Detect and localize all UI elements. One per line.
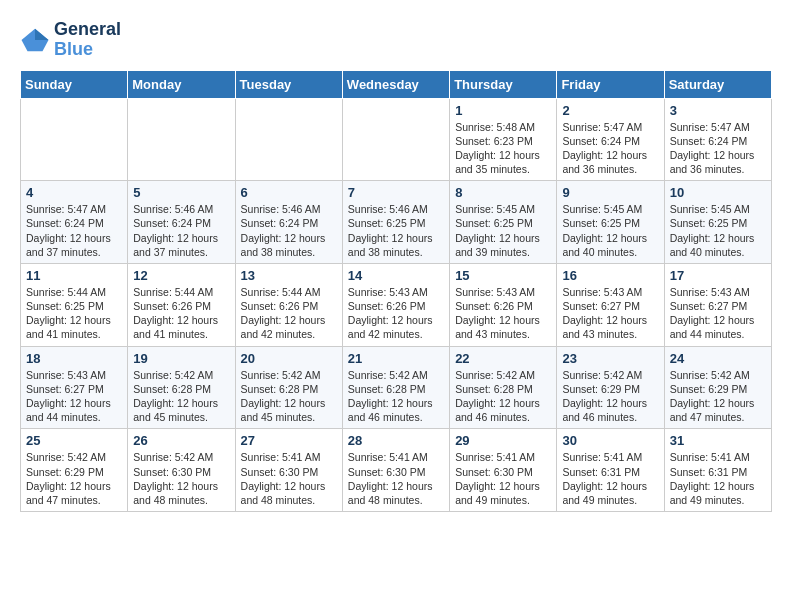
calendar-cell: 14Sunrise: 5:43 AM Sunset: 6:26 PM Dayli… — [342, 263, 449, 346]
week-row-4: 18Sunrise: 5:43 AM Sunset: 6:27 PM Dayli… — [21, 346, 772, 429]
day-info: Sunrise: 5:45 AM Sunset: 6:25 PM Dayligh… — [562, 202, 658, 259]
calendar-cell: 6Sunrise: 5:46 AM Sunset: 6:24 PM Daylig… — [235, 181, 342, 264]
day-info: Sunrise: 5:42 AM Sunset: 6:28 PM Dayligh… — [241, 368, 337, 425]
calendar-cell: 10Sunrise: 5:45 AM Sunset: 6:25 PM Dayli… — [664, 181, 771, 264]
day-number: 14 — [348, 268, 444, 283]
day-info: Sunrise: 5:43 AM Sunset: 6:27 PM Dayligh… — [26, 368, 122, 425]
calendar-cell: 18Sunrise: 5:43 AM Sunset: 6:27 PM Dayli… — [21, 346, 128, 429]
day-number: 21 — [348, 351, 444, 366]
calendar-cell: 2Sunrise: 5:47 AM Sunset: 6:24 PM Daylig… — [557, 98, 664, 181]
logo-text: General Blue — [54, 20, 121, 60]
day-info: Sunrise: 5:41 AM Sunset: 6:30 PM Dayligh… — [241, 450, 337, 507]
calendar-cell — [128, 98, 235, 181]
calendar-cell: 1Sunrise: 5:48 AM Sunset: 6:23 PM Daylig… — [450, 98, 557, 181]
calendar-cell: 13Sunrise: 5:44 AM Sunset: 6:26 PM Dayli… — [235, 263, 342, 346]
calendar-cell — [21, 98, 128, 181]
weekday-friday: Friday — [557, 70, 664, 98]
day-number: 23 — [562, 351, 658, 366]
day-info: Sunrise: 5:42 AM Sunset: 6:29 PM Dayligh… — [670, 368, 766, 425]
calendar-cell: 5Sunrise: 5:46 AM Sunset: 6:24 PM Daylig… — [128, 181, 235, 264]
day-number: 15 — [455, 268, 551, 283]
day-info: Sunrise: 5:44 AM Sunset: 6:26 PM Dayligh… — [241, 285, 337, 342]
day-info: Sunrise: 5:42 AM Sunset: 6:28 PM Dayligh… — [455, 368, 551, 425]
weekday-sunday: Sunday — [21, 70, 128, 98]
day-info: Sunrise: 5:41 AM Sunset: 6:30 PM Dayligh… — [348, 450, 444, 507]
day-number: 19 — [133, 351, 229, 366]
calendar-cell: 19Sunrise: 5:42 AM Sunset: 6:28 PM Dayli… — [128, 346, 235, 429]
weekday-saturday: Saturday — [664, 70, 771, 98]
day-number: 24 — [670, 351, 766, 366]
day-info: Sunrise: 5:47 AM Sunset: 6:24 PM Dayligh… — [562, 120, 658, 177]
day-number: 11 — [26, 268, 122, 283]
calendar-cell: 9Sunrise: 5:45 AM Sunset: 6:25 PM Daylig… — [557, 181, 664, 264]
calendar-cell: 25Sunrise: 5:42 AM Sunset: 6:29 PM Dayli… — [21, 429, 128, 512]
day-number: 1 — [455, 103, 551, 118]
day-number: 25 — [26, 433, 122, 448]
day-number: 10 — [670, 185, 766, 200]
day-info: Sunrise: 5:42 AM Sunset: 6:29 PM Dayligh… — [562, 368, 658, 425]
calendar-cell: 27Sunrise: 5:41 AM Sunset: 6:30 PM Dayli… — [235, 429, 342, 512]
calendar-table: SundayMondayTuesdayWednesdayThursdayFrid… — [20, 70, 772, 512]
week-row-1: 1Sunrise: 5:48 AM Sunset: 6:23 PM Daylig… — [21, 98, 772, 181]
weekday-monday: Monday — [128, 70, 235, 98]
day-number: 12 — [133, 268, 229, 283]
day-number: 27 — [241, 433, 337, 448]
day-info: Sunrise: 5:44 AM Sunset: 6:26 PM Dayligh… — [133, 285, 229, 342]
day-info: Sunrise: 5:43 AM Sunset: 6:27 PM Dayligh… — [670, 285, 766, 342]
calendar-cell — [235, 98, 342, 181]
weekday-thursday: Thursday — [450, 70, 557, 98]
calendar-cell: 26Sunrise: 5:42 AM Sunset: 6:30 PM Dayli… — [128, 429, 235, 512]
day-info: Sunrise: 5:42 AM Sunset: 6:28 PM Dayligh… — [348, 368, 444, 425]
svg-marker-1 — [35, 29, 49, 40]
day-info: Sunrise: 5:41 AM Sunset: 6:31 PM Dayligh… — [562, 450, 658, 507]
calendar-cell: 30Sunrise: 5:41 AM Sunset: 6:31 PM Dayli… — [557, 429, 664, 512]
calendar-cell: 23Sunrise: 5:42 AM Sunset: 6:29 PM Dayli… — [557, 346, 664, 429]
calendar-cell: 7Sunrise: 5:46 AM Sunset: 6:25 PM Daylig… — [342, 181, 449, 264]
week-row-2: 4Sunrise: 5:47 AM Sunset: 6:24 PM Daylig… — [21, 181, 772, 264]
weekday-tuesday: Tuesday — [235, 70, 342, 98]
calendar-cell: 11Sunrise: 5:44 AM Sunset: 6:25 PM Dayli… — [21, 263, 128, 346]
day-number: 8 — [455, 185, 551, 200]
day-number: 3 — [670, 103, 766, 118]
calendar-cell: 29Sunrise: 5:41 AM Sunset: 6:30 PM Dayli… — [450, 429, 557, 512]
day-number: 13 — [241, 268, 337, 283]
day-info: Sunrise: 5:46 AM Sunset: 6:25 PM Dayligh… — [348, 202, 444, 259]
day-info: Sunrise: 5:47 AM Sunset: 6:24 PM Dayligh… — [670, 120, 766, 177]
calendar-cell: 31Sunrise: 5:41 AM Sunset: 6:31 PM Dayli… — [664, 429, 771, 512]
day-info: Sunrise: 5:43 AM Sunset: 6:26 PM Dayligh… — [455, 285, 551, 342]
day-number: 28 — [348, 433, 444, 448]
calendar-cell: 28Sunrise: 5:41 AM Sunset: 6:30 PM Dayli… — [342, 429, 449, 512]
calendar-cell: 24Sunrise: 5:42 AM Sunset: 6:29 PM Dayli… — [664, 346, 771, 429]
calendar-cell: 3Sunrise: 5:47 AM Sunset: 6:24 PM Daylig… — [664, 98, 771, 181]
day-number: 31 — [670, 433, 766, 448]
day-number: 17 — [670, 268, 766, 283]
day-number: 29 — [455, 433, 551, 448]
page-header: General Blue — [20, 20, 772, 60]
day-number: 18 — [26, 351, 122, 366]
day-info: Sunrise: 5:45 AM Sunset: 6:25 PM Dayligh… — [670, 202, 766, 259]
calendar-cell: 8Sunrise: 5:45 AM Sunset: 6:25 PM Daylig… — [450, 181, 557, 264]
day-number: 5 — [133, 185, 229, 200]
day-number: 20 — [241, 351, 337, 366]
day-info: Sunrise: 5:42 AM Sunset: 6:30 PM Dayligh… — [133, 450, 229, 507]
day-number: 9 — [562, 185, 658, 200]
day-number: 2 — [562, 103, 658, 118]
day-info: Sunrise: 5:43 AM Sunset: 6:27 PM Dayligh… — [562, 285, 658, 342]
day-number: 4 — [26, 185, 122, 200]
day-info: Sunrise: 5:46 AM Sunset: 6:24 PM Dayligh… — [241, 202, 337, 259]
day-info: Sunrise: 5:48 AM Sunset: 6:23 PM Dayligh… — [455, 120, 551, 177]
calendar-cell: 22Sunrise: 5:42 AM Sunset: 6:28 PM Dayli… — [450, 346, 557, 429]
calendar-cell: 12Sunrise: 5:44 AM Sunset: 6:26 PM Dayli… — [128, 263, 235, 346]
calendar-cell: 21Sunrise: 5:42 AM Sunset: 6:28 PM Dayli… — [342, 346, 449, 429]
calendar-body: 1Sunrise: 5:48 AM Sunset: 6:23 PM Daylig… — [21, 98, 772, 511]
logo: General Blue — [20, 20, 121, 60]
week-row-5: 25Sunrise: 5:42 AM Sunset: 6:29 PM Dayli… — [21, 429, 772, 512]
calendar-cell: 20Sunrise: 5:42 AM Sunset: 6:28 PM Dayli… — [235, 346, 342, 429]
weekday-header-row: SundayMondayTuesdayWednesdayThursdayFrid… — [21, 70, 772, 98]
day-info: Sunrise: 5:46 AM Sunset: 6:24 PM Dayligh… — [133, 202, 229, 259]
day-info: Sunrise: 5:45 AM Sunset: 6:25 PM Dayligh… — [455, 202, 551, 259]
day-info: Sunrise: 5:44 AM Sunset: 6:25 PM Dayligh… — [26, 285, 122, 342]
logo-icon — [20, 25, 50, 55]
calendar-cell: 16Sunrise: 5:43 AM Sunset: 6:27 PM Dayli… — [557, 263, 664, 346]
calendar-cell — [342, 98, 449, 181]
